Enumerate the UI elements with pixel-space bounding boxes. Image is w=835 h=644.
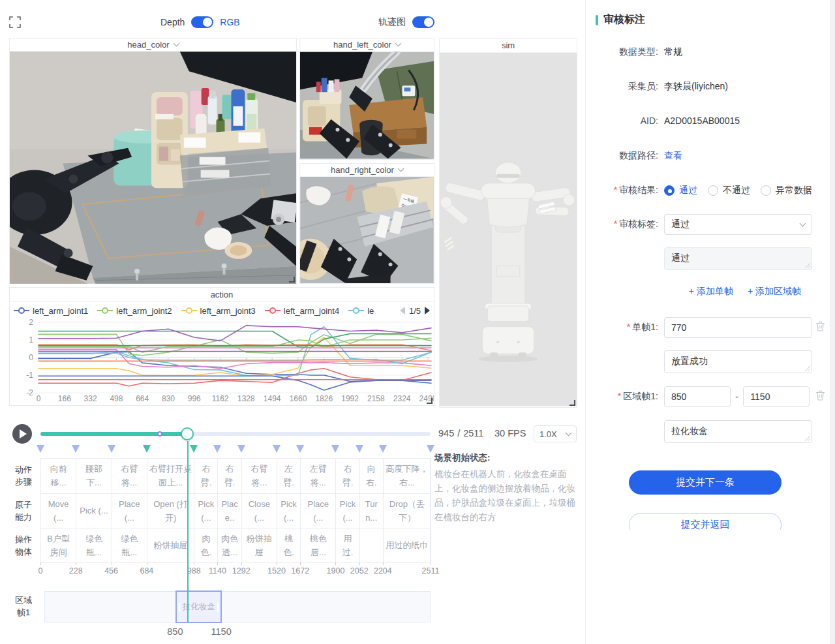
view-link[interactable]: 查看 xyxy=(664,150,682,162)
legend-item-left_arm_joint4[interactable]: left_arm_joint4 xyxy=(265,306,339,316)
play-button[interactable] xyxy=(12,424,32,444)
timeline-marker-2204[interactable] xyxy=(379,445,387,453)
camera-select-head[interactable]: head_color xyxy=(10,38,296,52)
table-cell-object[interactable]: 桃色唇... xyxy=(301,529,336,562)
timeline-marker-0[interactable] xyxy=(37,445,44,453)
scene-description-box: 场景初始状态: 梳妆台在机器人前，化妆盒在桌面上，化妆盒的侧边摆放着物品，化妆品… xyxy=(434,452,583,524)
table-cell-skill[interactable]: Pick (... xyxy=(336,494,359,529)
resize-handle-icon[interactable] xyxy=(569,400,575,406)
table-cell-object[interactable]: 肉色透... xyxy=(218,529,241,562)
table-cell-object[interactable]: 桃色. xyxy=(277,529,301,562)
table-cell-skill[interactable]: Turn... xyxy=(360,494,384,529)
table-cell-skill[interactable]: Place.. xyxy=(218,494,241,529)
cell-text: 左臂. xyxy=(279,463,298,489)
table-cell-object[interactable] xyxy=(360,529,384,562)
timeline-marker-684[interactable] xyxy=(143,445,151,453)
table-cell-step[interactable]: 右臂. xyxy=(194,459,218,493)
legend-item-le[interactable]: le xyxy=(348,306,374,316)
cell-text: 用过. xyxy=(338,532,357,559)
tag-note-textarea[interactable]: 通过 xyxy=(664,247,812,270)
table-cell-object[interactable]: 绿色瓶... xyxy=(112,529,147,562)
table-cell-skill[interactable]: Pick (... xyxy=(277,494,301,529)
table-cell-step[interactable]: 腰部下... xyxy=(76,459,112,493)
table-cell-step[interactable]: 右臂. xyxy=(336,459,359,493)
table-cell-step[interactable]: 高度下降，右... xyxy=(384,459,431,493)
timeline-marker-1900[interactable] xyxy=(331,445,339,453)
fullscreen-icon[interactable] xyxy=(8,16,22,29)
single-frame-note-textarea[interactable]: 放置成功 xyxy=(664,350,812,373)
submit-next-button[interactable]: 提交并下一条 xyxy=(629,470,782,495)
timeline-marker-456[interactable] xyxy=(108,445,115,453)
review-tag-select[interactable]: 通过 xyxy=(664,214,812,235)
cell-text: Place.. xyxy=(220,498,239,524)
timeline-marker-228[interactable] xyxy=(72,445,80,453)
legend-label: le xyxy=(367,306,374,316)
legend-item-left_arm_joint1[interactable]: left_arm_joint1 xyxy=(14,306,88,316)
table-cell-object[interactable]: 肉色. xyxy=(194,529,218,562)
table-cell-step[interactable]: 右臂将... xyxy=(242,459,277,493)
camera-select-hand-left[interactable]: hand_left_color xyxy=(300,38,434,52)
table-cell-step[interactable]: 向前移... xyxy=(41,459,76,493)
region-frame-track[interactable]: 拉化妆盒 xyxy=(44,591,431,622)
delete-region-frame-button[interactable] xyxy=(815,390,825,403)
radio-abnormal[interactable] xyxy=(761,185,771,196)
table-cell-object[interactable]: B户型房间 xyxy=(41,529,76,562)
timeline-marker-2511[interactable] xyxy=(427,445,434,453)
radio-fail[interactable] xyxy=(708,185,718,196)
region-frame-note-textarea[interactable]: 拉化妆盒 xyxy=(664,420,812,443)
resize-handle-icon[interactable] xyxy=(289,277,295,283)
radio-group: 通过 不通过 异常数据 xyxy=(664,185,812,196)
legend-item-left_arm_joint3[interactable]: left_arm_joint3 xyxy=(181,306,256,316)
trajectory-switch[interactable] xyxy=(412,16,434,28)
region-start-input[interactable] xyxy=(664,386,731,407)
radio-pass[interactable] xyxy=(664,185,675,196)
timeline-marker-1292[interactable] xyxy=(237,445,245,453)
table-cell-step[interactable]: 右臂. xyxy=(218,459,241,493)
add-region-frame-link[interactable]: + 添加区域帧 xyxy=(748,286,801,298)
submit-back-button[interactable]: 提交并返回 xyxy=(629,513,782,530)
scrollbar-track[interactable] xyxy=(830,0,835,644)
timeline-marker-1672[interactable] xyxy=(296,445,304,453)
table-cell-step[interactable]: 左臂将... xyxy=(301,459,336,493)
table-cell-skill[interactable]: Close (... xyxy=(242,494,277,529)
playhead-line[interactable] xyxy=(187,441,189,622)
region-frame-segment[interactable]: 拉化妆盒 xyxy=(175,590,222,623)
table-cell-step[interactable]: 左臂. xyxy=(277,459,301,493)
region-end-input[interactable] xyxy=(743,386,810,407)
resize-handle-icon[interactable] xyxy=(427,398,433,404)
table-cell-skill[interactable]: Pick (... xyxy=(194,494,218,529)
timeline-marker-1520[interactable] xyxy=(273,445,281,453)
hand-left-camera-scene xyxy=(300,52,434,159)
cell-text: Place (... xyxy=(303,498,333,524)
sim-viewport[interactable] xyxy=(440,52,577,407)
playback-slider[interactable] xyxy=(40,432,431,436)
table-cell-step[interactable]: 右臂将... xyxy=(112,459,147,493)
trajectory-chart[interactable]: 210-1-2016633249866483099611621328149416… xyxy=(10,319,434,405)
slider-handle[interactable] xyxy=(181,427,194,440)
table-cell-skill[interactable]: Pick (... xyxy=(76,494,112,529)
table-cell-object[interactable]: 绿色瓶... xyxy=(76,529,112,562)
table-cell-skill[interactable]: Move (... xyxy=(41,494,76,529)
speed-select[interactable]: 1.0X xyxy=(534,425,577,442)
rgb-label: RGB xyxy=(220,17,239,27)
table-cell-skill[interactable]: Place (... xyxy=(301,494,336,529)
timeline-marker-1140[interactable] xyxy=(213,445,221,453)
timeline-marker-988[interactable] xyxy=(190,445,198,453)
table-cell-object[interactable]: 用过. xyxy=(336,529,359,562)
scene-text: 梳妆台在机器人前，化妆盒在桌面上，化妆盒的侧边摆放着物品，化妆品，护肤品盒垃圾在… xyxy=(434,467,583,524)
axis-tick-label: 2204 xyxy=(374,566,392,575)
delete-single-frame-button[interactable] xyxy=(815,321,825,334)
table-cell-skill[interactable]: Place (... xyxy=(112,494,147,529)
table-cell-object[interactable]: 粉饼抽屉 xyxy=(242,529,277,562)
camera-select-hand-right[interactable]: hand_right_color xyxy=(300,164,434,177)
timeline-marker-2052[interactable] xyxy=(356,445,363,453)
legend-prev-icon[interactable] xyxy=(400,307,405,314)
depth-rgb-switch[interactable] xyxy=(191,16,213,28)
table-cell-skill[interactable]: Drop（丢下） xyxy=(384,494,431,529)
legend-next-icon[interactable] xyxy=(425,307,430,314)
single-frame-input[interactable] xyxy=(664,317,812,338)
add-single-frame-link[interactable]: + 添加单帧 xyxy=(689,286,733,298)
table-cell-step[interactable]: 向右. xyxy=(360,459,384,493)
legend-item-left_arm_joint2[interactable]: left_arm_joint2 xyxy=(97,306,172,316)
table-cell-object[interactable]: 用过的纸巾 xyxy=(384,529,431,562)
